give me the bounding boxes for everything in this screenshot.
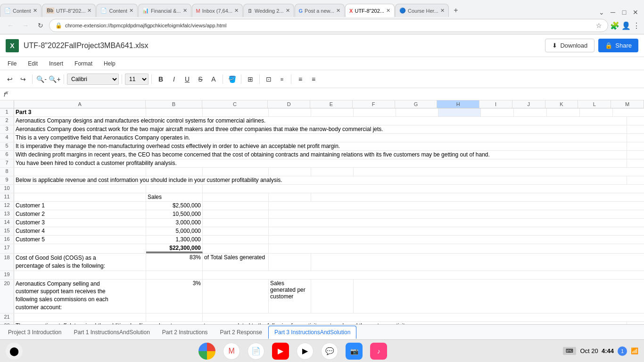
- cell-1j[interactable]: [514, 108, 547, 116]
- profile-icon[interactable]: 👤: [621, 21, 631, 30]
- merge-button[interactable]: ⊡: [263, 73, 275, 85]
- menu-edit[interactable]: Edit: [26, 59, 40, 68]
- tab-ctrl-min[interactable]: ─: [608, 8, 618, 17]
- cell-1c[interactable]: [203, 108, 269, 116]
- share-button[interactable]: 🔒 Share: [598, 39, 638, 52]
- align-left-button[interactable]: ≡: [294, 73, 306, 85]
- cell-12b[interactable]: $2,500,000: [146, 202, 203, 210]
- extensions-icon[interactable]: 🧩: [610, 21, 619, 30]
- align-right-button[interactable]: ≡: [307, 73, 320, 85]
- taskbar-youtube[interactable]: ▶: [272, 343, 289, 360]
- cell-16b[interactable]: 1,300,000: [146, 236, 203, 244]
- browser-tab-4[interactable]: 📊 Financial &... ✕: [138, 4, 191, 17]
- sheet-tab-project3intro[interactable]: Project 3 Introduction: [2, 326, 67, 339]
- cell-1h[interactable]: [438, 108, 481, 116]
- cell-20e[interactable]: [311, 280, 354, 313]
- taskbar-notification[interactable]: 1: [618, 346, 627, 356]
- cell-13a[interactable]: Customer 2: [14, 210, 146, 218]
- sheet-tab-part3[interactable]: Part 3 InstructionsAndSolution: [268, 326, 356, 339]
- cell-13c[interactable]: [203, 210, 269, 218]
- cell-1m[interactable]: [613, 108, 644, 116]
- cell-20d[interactable]: Sales generated per customer: [269, 280, 311, 313]
- cell-3a[interactable]: Aeronautics Company does contract work f…: [14, 125, 627, 133]
- more-icon[interactable]: ⋮: [633, 21, 640, 30]
- cell-20b[interactable]: 3%: [146, 280, 203, 313]
- download-button[interactable]: ⬇ Download: [545, 39, 594, 52]
- cell-15b[interactable]: 5,000,000: [146, 227, 203, 235]
- new-tab-button[interactable]: +: [449, 4, 462, 17]
- menu-format[interactable]: Format: [73, 59, 94, 68]
- cell-1g[interactable]: [396, 108, 438, 116]
- fill-color-button[interactable]: 🪣: [226, 73, 238, 85]
- cell-8b[interactable]: [146, 168, 203, 176]
- browser-tab-5[interactable]: M Inbox (7,64... ✕: [192, 4, 243, 17]
- cell-14b[interactable]: 3,000,000: [146, 219, 203, 227]
- sheet-tab-part2response[interactable]: Part 2 Response: [214, 326, 268, 339]
- wrap-button[interactable]: ≡: [276, 73, 288, 85]
- browser-tab-2[interactable]: Bb UTF-8"202... ✕: [42, 4, 96, 17]
- cell-1k[interactable]: [547, 108, 580, 116]
- cell-12a[interactable]: Customer 1: [14, 202, 146, 210]
- cell-1a[interactable]: Part 3: [14, 108, 146, 116]
- cell-6a[interactable]: With declining profit margins in recent …: [14, 151, 627, 159]
- borders-button[interactable]: ⊞: [244, 73, 256, 85]
- address-field[interactable]: 🔒 chrome-extension://bpmcpldpdmajfigpchk…: [49, 19, 608, 32]
- forward-button[interactable]: →: [19, 19, 32, 32]
- cell-1i[interactable]: [481, 108, 514, 116]
- cell-19a[interactable]: [14, 271, 146, 279]
- cell-12c[interactable]: [203, 202, 269, 210]
- taskbar-start[interactable]: ⬤: [6, 343, 23, 360]
- browser-tab-9[interactable]: 🔵 Course Her... ✕: [395, 4, 449, 17]
- cell-1e[interactable]: [311, 108, 354, 116]
- cell-9a[interactable]: Below is applicable revenue and cost inf…: [14, 176, 627, 184]
- cell-11b[interactable]: Sales: [146, 193, 203, 201]
- refresh-button[interactable]: ↻: [34, 19, 47, 32]
- cell-13b[interactable]: 10,500,000: [146, 210, 203, 218]
- cell-18b[interactable]: 83%: [146, 254, 203, 271]
- cell-18d[interactable]: [269, 254, 311, 271]
- sheet-tab-part1[interactable]: Part 1 InstructionsAndSolution: [67, 326, 156, 339]
- cell-21b[interactable]: [146, 313, 203, 321]
- taskbar-meet[interactable]: 💬: [321, 343, 338, 360]
- cell-11d[interactable]: [269, 193, 311, 201]
- taskbar-app8[interactable]: ♪: [370, 343, 387, 360]
- cell-20c[interactable]: [203, 280, 269, 313]
- cell-10a[interactable]: [14, 185, 146, 193]
- menu-help[interactable]: Help: [102, 59, 117, 68]
- cell-1d[interactable]: [269, 108, 311, 116]
- cell-1l[interactable]: [580, 108, 613, 116]
- zoom-out-button[interactable]: 🔍-: [35, 73, 48, 85]
- taskbar-chrome[interactable]: [198, 343, 215, 360]
- taskbar-zoom[interactable]: 📷: [346, 343, 363, 360]
- cell-4a[interactable]: This is a very competitive field that Ae…: [14, 134, 627, 142]
- taskbar-play[interactable]: ▶: [297, 343, 314, 360]
- cell-5a[interactable]: It is imperative they manage the non-man…: [14, 142, 627, 150]
- browser-tab-8-active[interactable]: X UTF-8"202... ✕: [345, 4, 395, 17]
- menu-file[interactable]: File: [6, 59, 18, 68]
- cell-18c[interactable]: of Total Sales generated: [203, 254, 269, 271]
- taskbar-docs[interactable]: 📄: [248, 343, 264, 360]
- cell-14a[interactable]: Customer 3: [14, 219, 146, 227]
- cell-16a[interactable]: Customer 5: [14, 236, 146, 244]
- cell-19b[interactable]: [146, 271, 203, 279]
- cell-8e[interactable]: [311, 168, 354, 176]
- cell-17c[interactable]: [203, 244, 269, 253]
- cell-21a[interactable]: [14, 313, 146, 321]
- undo-button[interactable]: ↩: [4, 73, 16, 85]
- strikethrough-button[interactable]: S: [194, 73, 206, 85]
- cell-15a[interactable]: Customer 4: [14, 227, 146, 235]
- underline-button[interactable]: U: [181, 73, 193, 85]
- redo-button[interactable]: ↪: [17, 73, 29, 85]
- cell-2a[interactable]: Aeronautics Company designs and manufact…: [14, 117, 627, 125]
- menu-insert[interactable]: Insert: [47, 59, 65, 68]
- browser-tab-6[interactable]: 🗓 Wedding 2... ✕: [243, 4, 294, 17]
- cell-7a[interactable]: You have been hired to conduct a custome…: [14, 159, 627, 167]
- bold-button[interactable]: B: [155, 73, 167, 85]
- cell-10b[interactable]: [146, 185, 203, 193]
- back-button[interactable]: ←: [4, 19, 17, 32]
- browser-tab-7[interactable]: G Post a new... ✕: [295, 4, 345, 17]
- cell-11a[interactable]: [14, 193, 146, 201]
- sheet-tab-part2instructions[interactable]: Part 2 Instructions: [156, 326, 214, 339]
- cell-11c[interactable]: [203, 193, 269, 201]
- browser-tab-1[interactable]: 📄 Content ✕: [0, 4, 41, 17]
